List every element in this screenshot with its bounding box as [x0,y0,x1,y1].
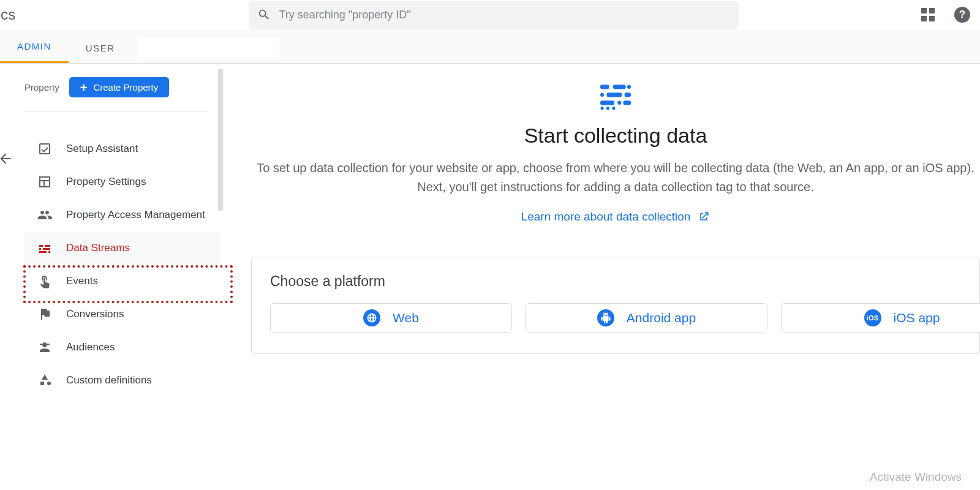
tab-user[interactable]: USER [69,34,132,63]
sidebar-item-setup-assistant[interactable]: Setup Assistant [24,132,221,165]
create-property-label: Create Property [93,82,158,92]
sidebar-item-events[interactable]: Events [24,265,221,298]
platform-label: Web [393,311,419,325]
sidebar-item-label: Conversions [66,308,124,320]
layout: Property + Create Property Setup Assista… [0,64,980,490]
svg-point-2 [627,85,631,89]
topbar-icons: ? [921,7,970,23]
sidebar-item-label: Audiences [66,341,115,353]
main-content: Start collecting data To set up data col… [227,64,980,490]
data-flow-icon [600,85,631,113]
people-icon [37,207,53,223]
hero-description: To set up data collection for your websi… [254,159,977,197]
sidebar-item-custom-definitions[interactable]: Custom definitions [24,364,221,397]
svg-rect-4 [606,92,622,97]
platform-buttons: Web Android app iOS iOS app [270,303,961,333]
layout-icon [37,174,53,190]
windows-activation-watermark: Activate Windows [870,470,962,484]
property-section-label: Property [24,82,59,92]
search-icon [257,8,271,21]
product-name-fragment: ytics [0,6,16,23]
touch-icon [37,273,53,289]
property-menu: Setup Assistant Property Settings Proper… [24,132,221,397]
svg-rect-0 [600,85,609,89]
flag-icon [37,306,53,322]
admin-tabs: ADMIN USER [0,29,980,64]
stream-icon [37,240,53,256]
search-box[interactable] [249,1,739,29]
choose-platform-card: Choose a platform Web Android app iOS iO… [251,257,980,354]
top-bar: ytics ? [0,0,980,29]
external-link-icon [698,211,710,223]
sidebar-item-property-access[interactable]: Property Access Management [24,198,221,232]
sidebar-item-label: Property Access Management [66,208,205,222]
learn-more-label: Learn more about data collection [521,210,691,224]
learn-more-link[interactable]: Learn more about data collection [521,210,710,224]
sidebar-item-label: Data Streams [66,242,130,254]
platform-web-button[interactable]: Web [270,303,512,333]
audience-icon [37,339,53,355]
svg-point-3 [600,93,604,97]
arrow-left-icon [0,151,13,167]
custom-icon [37,372,53,388]
help-icon[interactable]: ? [954,7,970,23]
choose-platform-title: Choose a platform [270,273,961,290]
svg-rect-8 [624,100,631,105]
sidebar-item-property-settings[interactable]: Property Settings [24,165,221,198]
create-property-button[interactable]: + Create Property [69,77,170,97]
svg-rect-1 [613,85,626,89]
sidebar-item-label: Events [66,275,98,287]
sidebar-item-audiences[interactable]: Audiences [24,331,221,364]
back-arrow[interactable] [0,149,15,168]
hero-title: Start collecting data [254,124,977,148]
hero-section: Start collecting data To set up data col… [254,85,977,224]
sidebar-item-data-streams[interactable]: Data Streams [24,232,221,265]
apps-icon[interactable] [921,8,935,21]
platform-label: Android app [627,311,696,325]
tab-placeholder [138,37,279,59]
svg-point-9 [601,107,604,110]
tab-admin[interactable]: ADMIN [0,32,69,63]
sidebar-item-label: Setup Assistant [66,143,138,155]
globe-icon [363,309,380,326]
check-square-icon [37,141,53,157]
platform-android-button[interactable]: Android app [526,303,767,333]
platform-ios-button[interactable]: iOS iOS app [781,303,980,333]
sidebar-scrollbar[interactable] [218,69,223,211]
plus-icon: + [80,83,88,92]
svg-point-11 [612,107,615,110]
svg-point-10 [606,107,609,110]
platform-label: iOS app [894,311,940,325]
ios-icon: iOS [864,309,881,326]
sidebar-item-label: Custom definitions [66,374,152,386]
svg-rect-6 [600,100,614,105]
android-icon [597,309,614,326]
property-header: Property + Create Property [24,77,227,97]
svg-rect-5 [625,92,631,97]
property-divider [24,111,208,111]
sidebar-item-label: Property Settings [66,176,146,188]
svg-point-7 [617,101,621,105]
sidebar-item-conversions[interactable]: Conversions [24,298,221,331]
search-input[interactable] [271,9,730,21]
property-sidebar: Property + Create Property Setup Assista… [0,64,227,490]
